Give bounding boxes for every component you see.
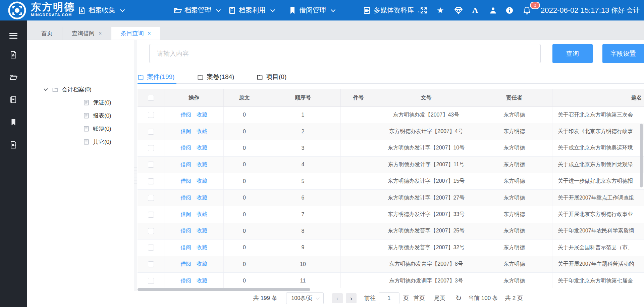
menu-archive-manage[interactable]: 档案管理 — [174, 0, 219, 20]
gem-icon[interactable] — [454, 0, 463, 20]
caret-down-icon[interactable] — [44, 87, 48, 91]
last-page-link[interactable]: 尾页 — [434, 292, 445, 304]
cell-title: 关于印发2007年农民科学素质纲 — [552, 223, 644, 239]
cell-title: 关于开展2007年重点工作调查组 — [552, 190, 644, 206]
menu-archive-collect[interactable]: 档案收集 — [78, 0, 123, 20]
favorite-link[interactable]: 收藏 — [197, 128, 207, 135]
menu-label: 档案收集 — [89, 6, 115, 15]
result-tab-folders[interactable]: 案卷(184) — [197, 71, 234, 83]
favorite-link[interactable]: 收藏 — [197, 194, 207, 202]
borrow-link[interactable]: 借阅 — [180, 178, 191, 185]
borrow-link[interactable]: 借阅 — [180, 211, 191, 218]
rail-book-icon[interactable] — [0, 96, 27, 104]
row-checkbox[interactable] — [148, 162, 154, 168]
brand-title: 东方明德 — [31, 1, 75, 13]
favorite-link[interactable]: 收藏 — [197, 277, 207, 284]
borrow-link[interactable]: 借阅 — [180, 112, 191, 119]
tab-home[interactable]: 首页 — [32, 27, 62, 40]
results-table: 操作 原文 顺序号 件号 文号 责任者 题名 借阅 收藏 0 1 东方明德办发【 — [138, 89, 644, 288]
search-input[interactable] — [149, 44, 541, 63]
table-row: 借阅 收藏 0 11 东方明德办发调字【2007】3号 东方明德 关于印发北京东… — [138, 273, 644, 288]
total-count-label: 共 199 条 — [253, 292, 277, 304]
first-page-link[interactable]: 首页 — [414, 292, 425, 304]
result-tab-label: 案卷(184) — [207, 73, 234, 81]
tree-node-child[interactable]: 凭证(0) — [83, 97, 111, 108]
horizontal-scrollbar-thumb[interactable] — [138, 288, 310, 291]
result-tab-projects[interactable]: 项目(0) — [257, 71, 286, 83]
query-button[interactable]: 查询 — [552, 44, 593, 63]
table-row: 借阅 收藏 0 5 东方明德办发计字【2007】15号 东方明德 关于进一步做好… — [138, 173, 644, 190]
vertical-scrollbar-thumb[interactable] — [640, 124, 643, 187]
borrow-link[interactable]: 借阅 — [180, 277, 191, 284]
close-icon[interactable]: × — [99, 31, 102, 37]
borrow-link[interactable]: 借阅 — [180, 261, 191, 268]
tab-entry-query[interactable]: 条目查询 × — [111, 27, 160, 40]
folder-icon — [257, 74, 263, 80]
chevron-down-icon — [120, 7, 125, 12]
borrow-link[interactable]: 借阅 — [180, 128, 191, 135]
result-tab-cases[interactable]: 案件(199) — [138, 71, 174, 83]
next-page-button[interactable]: › — [346, 293, 357, 303]
row-checkbox[interactable] — [148, 145, 154, 151]
favorite-link[interactable]: 收藏 — [197, 144, 207, 151]
bell-icon[interactable] — [523, 0, 531, 20]
row-checkbox[interactable] — [148, 195, 154, 201]
favorite-link[interactable]: 收藏 — [197, 244, 207, 251]
borrow-link[interactable]: 借阅 — [180, 227, 191, 234]
favorite-link[interactable]: 收藏 — [197, 211, 207, 218]
star-icon[interactable]: ★ — [437, 0, 444, 20]
rail-pdf-file-icon[interactable] — [0, 51, 27, 59]
tree-node-child[interactable]: 其它(0) — [83, 136, 111, 147]
table-row: 借阅 收藏 0 6 东方明德办发计字【2007】27号 东方明德 关于开展200… — [138, 190, 644, 206]
cell-original: 0 — [224, 239, 265, 256]
tree-node-root[interactable]: 会计档案(0) — [44, 84, 92, 95]
fullscreen-icon[interactable] — [420, 0, 428, 20]
favorite-link[interactable]: 收藏 — [197, 261, 207, 268]
borrow-link[interactable]: 借阅 — [180, 244, 191, 251]
page-size-select[interactable]: 100条/页 — [286, 292, 324, 304]
refresh-icon[interactable]: ↻ — [455, 292, 462, 304]
row-checkbox[interactable] — [148, 112, 154, 118]
panel-splitter[interactable] — [134, 40, 137, 307]
rail-bookmark-icon[interactable] — [0, 118, 27, 126]
tab-query-borrow[interactable]: 查询借阅 × — [62, 27, 111, 40]
user-icon[interactable] — [489, 0, 497, 20]
cell-doc-no: 东方明德办发计字【2007】33号 — [376, 206, 476, 222]
font-icon[interactable]: A — [472, 0, 478, 20]
tree-node-child[interactable]: 账簿(0) — [83, 123, 111, 134]
splitter-handle[interactable] — [134, 165, 137, 186]
menu-toggle-icon[interactable] — [0, 32, 27, 40]
close-icon[interactable]: × — [148, 31, 151, 37]
favorite-link[interactable]: 收藏 — [197, 112, 207, 119]
cell-doc-no: 东方明德办发计字【2007】27号 — [376, 190, 476, 206]
row-checkbox[interactable] — [148, 129, 154, 135]
rail-media-file-icon[interactable] — [0, 141, 27, 149]
menu-multimedia-library[interactable]: 多媒体资料库 、 — [363, 0, 423, 20]
field-settings-button[interactable]: 字段设置 — [602, 44, 644, 63]
tree-node-child[interactable]: 报表(0) — [83, 110, 111, 121]
favorite-link[interactable]: 收藏 — [197, 227, 207, 234]
borrow-link[interactable]: 借阅 — [180, 194, 191, 202]
rail-folder-open-icon[interactable] — [0, 73, 27, 81]
row-checkbox[interactable] — [148, 261, 154, 267]
favorite-link[interactable]: 收藏 — [197, 161, 207, 168]
menu-borrow-manage[interactable]: 借阅管理 — [288, 0, 334, 20]
cell-author: 东方明德 — [476, 173, 552, 189]
cell-sequence: 1 — [265, 107, 341, 123]
row-checkbox[interactable] — [148, 178, 154, 184]
favorite-link[interactable]: 收藏 — [197, 178, 207, 185]
row-checkbox[interactable] — [148, 278, 154, 284]
row-checkbox[interactable] — [148, 245, 154, 251]
select-all-checkbox[interactable] — [148, 95, 154, 101]
cell-item-no — [341, 206, 376, 222]
prev-page-button[interactable]: ‹ — [332, 293, 343, 303]
cell-original: 0 — [224, 190, 265, 206]
row-checkbox[interactable] — [148, 228, 154, 234]
borrow-link[interactable]: 借阅 — [180, 161, 191, 168]
borrow-link[interactable]: 借阅 — [180, 144, 191, 151]
menu-archive-use[interactable]: 档案利用 — [228, 0, 274, 20]
info-icon[interactable] — [506, 0, 513, 20]
cell-original: 0 — [224, 223, 265, 239]
page-number-input[interactable] — [379, 292, 399, 304]
row-checkbox[interactable] — [148, 212, 154, 218]
